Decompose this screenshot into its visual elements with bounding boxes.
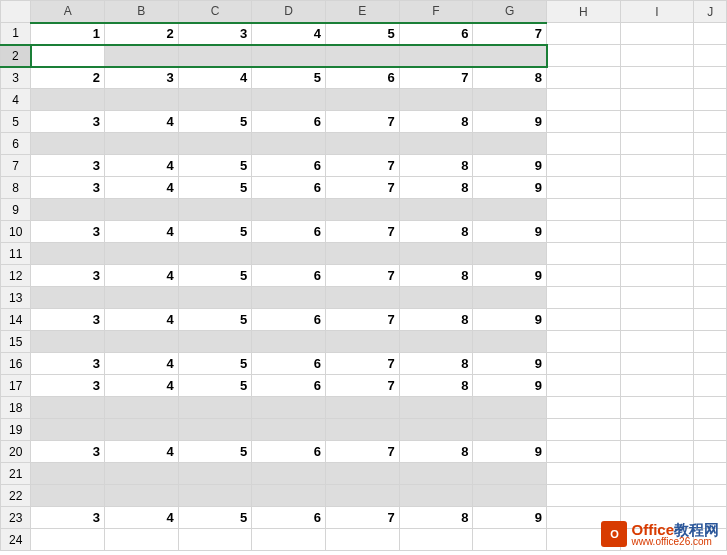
- cell-A21[interactable]: [31, 463, 105, 485]
- cell-G20[interactable]: 9: [473, 441, 547, 463]
- cell-E6[interactable]: [326, 133, 400, 155]
- cell-E1[interactable]: 5: [326, 23, 400, 45]
- cell-A4[interactable]: [31, 89, 105, 111]
- cell-E20[interactable]: 7: [326, 441, 400, 463]
- cell-A24[interactable]: [31, 529, 105, 551]
- select-all-corner[interactable]: [1, 1, 31, 23]
- row-header[interactable]: 8: [1, 177, 31, 199]
- cell-J7[interactable]: [694, 155, 727, 177]
- cell-C15[interactable]: [178, 331, 252, 353]
- cell-E15[interactable]: [326, 331, 400, 353]
- cell-F19[interactable]: [399, 419, 473, 441]
- cell-F17[interactable]: 8: [399, 375, 473, 397]
- cell-A6[interactable]: [31, 133, 105, 155]
- cell-F10[interactable]: 8: [399, 221, 473, 243]
- cell-D8[interactable]: 6: [252, 177, 326, 199]
- cell-C6[interactable]: [178, 133, 252, 155]
- cell-G21[interactable]: [473, 463, 547, 485]
- cell-A1[interactable]: 1: [31, 23, 105, 45]
- cell-C16[interactable]: 5: [178, 353, 252, 375]
- cell-A15[interactable]: [31, 331, 105, 353]
- cell-E3[interactable]: 6: [326, 67, 400, 89]
- row-header[interactable]: 6: [1, 133, 31, 155]
- cell-G9[interactable]: [473, 199, 547, 221]
- cell-H1[interactable]: [547, 23, 621, 45]
- cell-D21[interactable]: [252, 463, 326, 485]
- cell-F9[interactable]: [399, 199, 473, 221]
- cell-I4[interactable]: [620, 89, 694, 111]
- cell-E19[interactable]: [326, 419, 400, 441]
- cell-F24[interactable]: [399, 529, 473, 551]
- cell-F11[interactable]: [399, 243, 473, 265]
- cell-E24[interactable]: [326, 529, 400, 551]
- cell-C5[interactable]: 5: [178, 111, 252, 133]
- col-header-F[interactable]: F: [399, 1, 473, 23]
- cell-D12[interactable]: 6: [252, 265, 326, 287]
- cell-J6[interactable]: [694, 133, 727, 155]
- cell-B23[interactable]: 4: [105, 507, 179, 529]
- cell-G19[interactable]: [473, 419, 547, 441]
- cell-H7[interactable]: [547, 155, 621, 177]
- cell-C13[interactable]: [178, 287, 252, 309]
- cell-G24[interactable]: [473, 529, 547, 551]
- cell-F15[interactable]: [399, 331, 473, 353]
- cell-C1[interactable]: 3: [178, 23, 252, 45]
- cell-J5[interactable]: [694, 111, 727, 133]
- cell-G22[interactable]: [473, 485, 547, 507]
- cell-D6[interactable]: [252, 133, 326, 155]
- row-header[interactable]: 4: [1, 89, 31, 111]
- cell-J10[interactable]: [694, 221, 727, 243]
- cell-B8[interactable]: 4: [105, 177, 179, 199]
- cell-I9[interactable]: [620, 199, 694, 221]
- cell-G2[interactable]: [473, 45, 547, 67]
- cell-D11[interactable]: [252, 243, 326, 265]
- cell-B3[interactable]: 3: [105, 67, 179, 89]
- cell-D16[interactable]: 6: [252, 353, 326, 375]
- row-header[interactable]: 15: [1, 331, 31, 353]
- cell-I2[interactable]: [620, 45, 694, 67]
- cell-F5[interactable]: 8: [399, 111, 473, 133]
- cell-J16[interactable]: [694, 353, 727, 375]
- cell-I15[interactable]: [620, 331, 694, 353]
- cell-G18[interactable]: [473, 397, 547, 419]
- cell-A11[interactable]: [31, 243, 105, 265]
- row-header[interactable]: 20: [1, 441, 31, 463]
- cell-J14[interactable]: [694, 309, 727, 331]
- cell-F21[interactable]: [399, 463, 473, 485]
- cell-G4[interactable]: [473, 89, 547, 111]
- cell-E14[interactable]: 7: [326, 309, 400, 331]
- cell-A3[interactable]: 2: [31, 67, 105, 89]
- cell-I7[interactable]: [620, 155, 694, 177]
- cell-B15[interactable]: [105, 331, 179, 353]
- cell-B4[interactable]: [105, 89, 179, 111]
- row-header[interactable]: 7: [1, 155, 31, 177]
- cell-A7[interactable]: 3: [31, 155, 105, 177]
- cell-J11[interactable]: [694, 243, 727, 265]
- row-header[interactable]: 12: [1, 265, 31, 287]
- row-header[interactable]: 2: [1, 45, 31, 67]
- col-header-A[interactable]: A: [31, 1, 105, 23]
- col-header-H[interactable]: H: [547, 1, 621, 23]
- cell-F16[interactable]: 8: [399, 353, 473, 375]
- cell-D2[interactable]: [252, 45, 326, 67]
- cell-G14[interactable]: 9: [473, 309, 547, 331]
- cell-F1[interactable]: 6: [399, 23, 473, 45]
- cell-E8[interactable]: 7: [326, 177, 400, 199]
- cell-H16[interactable]: [547, 353, 621, 375]
- cell-H17[interactable]: [547, 375, 621, 397]
- cell-J2[interactable]: [694, 45, 727, 67]
- cell-H12[interactable]: [547, 265, 621, 287]
- cell-D15[interactable]: [252, 331, 326, 353]
- cell-G3[interactable]: 8: [473, 67, 547, 89]
- cell-J12[interactable]: [694, 265, 727, 287]
- cell-H3[interactable]: [547, 67, 621, 89]
- cell-H21[interactable]: [547, 463, 621, 485]
- cell-J17[interactable]: [694, 375, 727, 397]
- row-header[interactable]: 14: [1, 309, 31, 331]
- cell-D3[interactable]: 5: [252, 67, 326, 89]
- cell-A14[interactable]: 3: [31, 309, 105, 331]
- cell-I8[interactable]: [620, 177, 694, 199]
- cell-A8[interactable]: 3: [31, 177, 105, 199]
- cell-A20[interactable]: 3: [31, 441, 105, 463]
- cell-C22[interactable]: [178, 485, 252, 507]
